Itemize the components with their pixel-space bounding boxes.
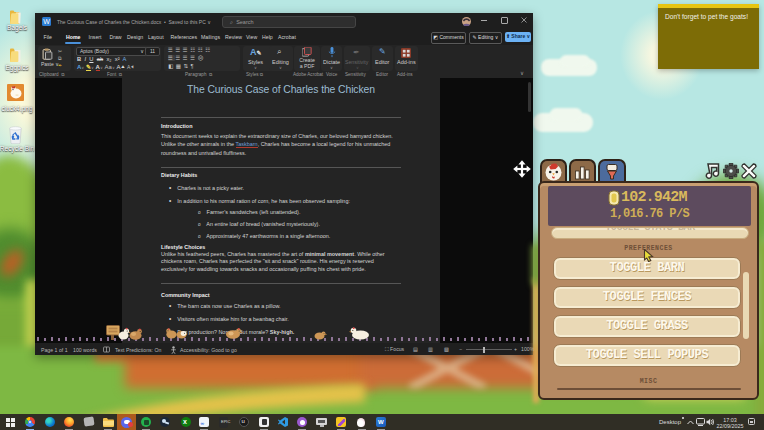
svg-text:W: W [43, 18, 50, 25]
